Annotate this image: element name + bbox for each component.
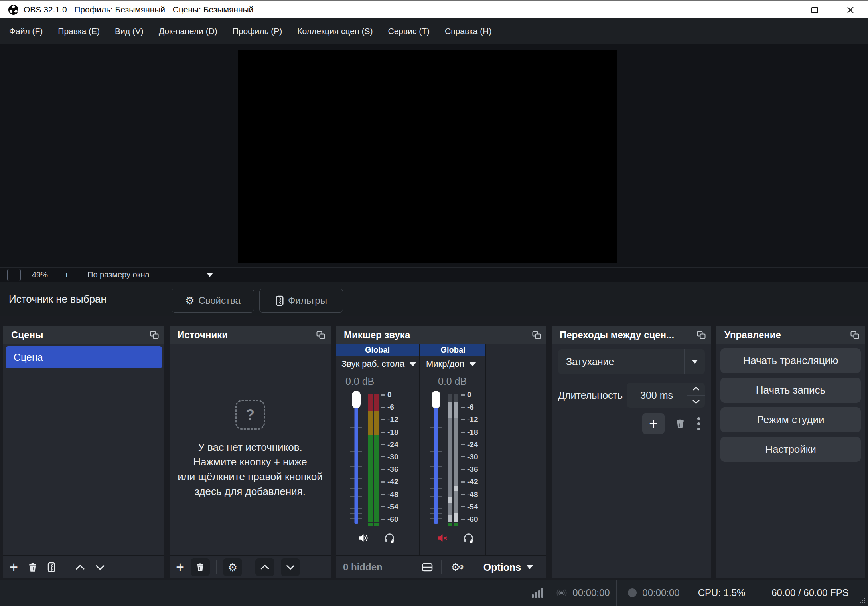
studio-mode-button[interactable]: Режим студии xyxy=(720,407,861,432)
duration-increase-button[interactable] xyxy=(687,383,705,396)
menu-view[interactable]: Вид (V) xyxy=(107,18,151,44)
duration-label: Длительность xyxy=(558,390,627,401)
speaker-muted-icon[interactable] xyxy=(437,533,448,543)
chevron-down-icon xyxy=(207,273,213,277)
volume-slider[interactable] xyxy=(429,390,443,526)
remove-scene-button[interactable] xyxy=(28,562,38,572)
fit-mode-dropdown[interactable]: По размеру окна xyxy=(79,268,219,282)
channel-meter-zone: 0 -6 -12 -18 -24 -30 -36 -42 -48 -54 -60 xyxy=(336,390,419,526)
controls-panel-title: Управление xyxy=(724,329,850,341)
menu-docks[interactable]: Док-панели (D) xyxy=(151,18,225,44)
channel-name: Микр/доп xyxy=(426,359,464,369)
meter-scale: 0 -6 -12 -18 -24 -30 -36 -42 -48 -54 -60 xyxy=(381,390,398,524)
add-source-button[interactable]: + xyxy=(176,561,184,573)
preview-zoom-bar: − 49% + По размеру окна xyxy=(0,267,868,282)
filters-button[interactable]: Фильтры xyxy=(259,289,343,313)
duration-spinbox[interactable]: 300 ms xyxy=(627,383,705,408)
channel-name-dropdown[interactable]: Микр/доп xyxy=(420,356,485,372)
trash-icon xyxy=(195,562,205,572)
duration-decrease-button[interactable] xyxy=(687,396,705,408)
monitor-off-icon[interactable] xyxy=(463,533,474,543)
filters-label: Фильтры xyxy=(288,295,327,306)
maximize-button[interactable] xyxy=(797,1,832,19)
duration-value[interactable]: 300 ms xyxy=(627,383,687,408)
transition-properties-button[interactable] xyxy=(696,416,702,432)
monitor-off-icon[interactable] xyxy=(384,533,395,543)
channel-buttons xyxy=(336,526,419,550)
settings-button[interactable]: Настройки xyxy=(720,437,861,462)
add-transition-button[interactable]: + xyxy=(642,413,665,434)
menu-file[interactable]: Файл (F) xyxy=(2,18,50,44)
record-time: 00:00:00 xyxy=(642,587,679,598)
chevron-up-icon xyxy=(260,564,270,570)
move-source-down-button[interactable] xyxy=(281,558,300,576)
toolbar-separator xyxy=(216,560,217,574)
speaker-icon[interactable] xyxy=(358,533,369,543)
remove-source-button[interactable] xyxy=(191,558,210,576)
menu-help[interactable]: Справка (H) xyxy=(437,18,499,44)
move-scene-up-button[interactable] xyxy=(75,564,85,570)
toolbar-separator xyxy=(249,560,249,574)
scene-item-selected[interactable]: Сцена xyxy=(6,346,162,368)
scenes-list[interactable]: Сцена + xyxy=(3,344,164,578)
menu-edit[interactable]: Правка (E) xyxy=(50,18,107,44)
mixer-body: Global Звук раб. стола 0.0 dB xyxy=(336,344,546,578)
slider-handle[interactable] xyxy=(352,391,361,408)
sources-list[interactable]: ? У вас нет источников. Нажмите кнопку +… xyxy=(170,344,331,578)
chevron-down-icon xyxy=(692,360,698,364)
popout-icon[interactable] xyxy=(850,331,859,339)
scene-filters-button[interactable] xyxy=(47,562,55,572)
advanced-audio-button[interactable]: ⚙ ⚙ xyxy=(442,561,470,573)
channel-meter-zone: 0 -6 -12 -18 -24 -30 -36 -42 -48 -54 -60 xyxy=(420,390,485,526)
vertical-layout-button[interactable] xyxy=(413,563,441,572)
channel-name-dropdown[interactable]: Звук раб. стола xyxy=(336,356,419,372)
volume-slider[interactable] xyxy=(349,390,363,526)
menu-scene-collection[interactable]: Коллекция сцен (S) xyxy=(290,18,380,44)
transitions-panel-title: Переходы между сцен... xyxy=(560,329,697,341)
fit-mode-caret[interactable] xyxy=(200,268,219,282)
mixer-options-button[interactable]: Options xyxy=(470,562,546,573)
volume-meter xyxy=(368,390,379,526)
transitions-panel-header: Переходы между сцен... xyxy=(552,326,711,344)
obs-logo-icon[interactable] xyxy=(8,4,19,15)
popout-icon[interactable] xyxy=(697,331,706,339)
minimize-button[interactable] xyxy=(761,1,797,19)
source-toolbar: Источник не выбран ⚙ Свойства Фильтры xyxy=(0,282,868,316)
popout-icon[interactable] xyxy=(150,331,159,339)
sources-panel-title: Источники xyxy=(178,329,316,341)
controls-body: Начать трансляцию Начать запись Режим ст… xyxy=(716,344,865,578)
add-scene-button[interactable]: + xyxy=(10,561,18,573)
options-label: Options xyxy=(483,562,521,573)
menubar: Файл (F) Правка (E) Вид (V) Док-панели (… xyxy=(0,18,868,44)
menu-profile[interactable]: Профиль (P) xyxy=(225,18,290,44)
close-button[interactable] xyxy=(832,1,868,19)
resize-grip[interactable] xyxy=(860,598,866,604)
cpu-usage: CPU: 1.5% xyxy=(691,580,752,606)
menu-tools[interactable]: Сервис (T) xyxy=(380,18,437,44)
zoom-in-button[interactable]: + xyxy=(60,269,73,281)
select-caret[interactable] xyxy=(684,349,705,374)
transition-select[interactable]: Затухание xyxy=(558,349,705,374)
scenes-panel: Сцены Сцена + xyxy=(3,326,164,578)
chevron-down-icon xyxy=(409,362,416,366)
remove-transition-button[interactable] xyxy=(675,418,685,429)
channel-group-badge: Global xyxy=(336,344,419,356)
slider-handle[interactable] xyxy=(432,391,440,408)
sources-empty-state[interactable]: ? У вас нет источников. Нажмите кнопку +… xyxy=(170,344,331,555)
move-scene-down-button[interactable] xyxy=(95,564,105,570)
properties-button[interactable]: ⚙ Свойства xyxy=(172,289,254,313)
move-source-up-button[interactable] xyxy=(255,558,274,576)
titlebar: OBS 32.1.0 - Профиль: Безымянный - Сцены… xyxy=(0,0,868,18)
source-properties-button[interactable]: ⚙ xyxy=(223,558,242,576)
slider-track[interactable] xyxy=(434,400,438,524)
popout-icon[interactable] xyxy=(532,331,541,339)
filter-icon xyxy=(275,295,284,306)
start-recording-button[interactable]: Начать запись xyxy=(720,378,861,403)
sources-empty-text: У вас нет источников. Нажмите кнопку + н… xyxy=(178,440,323,499)
start-streaming-button[interactable]: Начать трансляцию xyxy=(720,348,861,373)
chevron-down-icon xyxy=(692,399,700,404)
zoom-out-button[interactable]: − xyxy=(7,269,21,281)
fit-mode-label: По размеру окна xyxy=(79,270,200,279)
popout-icon[interactable] xyxy=(316,331,325,339)
slider-track[interactable] xyxy=(355,400,358,524)
